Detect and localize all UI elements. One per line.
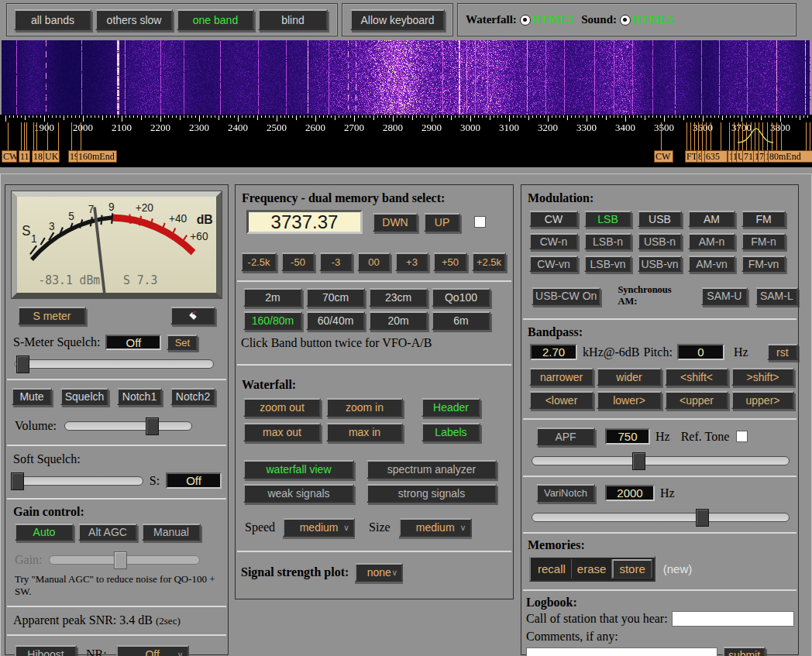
- shift-right-button[interactable]: >shift>: [731, 368, 794, 386]
- usb-cw-button[interactable]: USB-CW On: [532, 287, 600, 305]
- volume-slider[interactable]: [64, 421, 192, 431]
- nr-dropdown[interactable]: Off ∨: [116, 645, 189, 656]
- apf-button[interactable]: APF: [536, 428, 595, 445]
- mode-cw-n-button[interactable]: CW-n: [529, 233, 578, 249]
- mode-cw-button[interactable]: CW: [529, 211, 578, 227]
- band-label-tag[interactable]: 635: [704, 150, 728, 163]
- mode-am-vn-button[interactable]: AM-vn: [688, 256, 735, 272]
- mode-am-button[interactable]: AM: [688, 211, 735, 227]
- band-label-tag[interactable]: 160mEnd: [77, 150, 117, 163]
- one-band-button[interactable]: one band: [177, 9, 254, 30]
- frequency-checkbox[interactable]: [474, 216, 486, 228]
- label-tag-button[interactable]: [170, 307, 215, 325]
- band-160-80m-button[interactable]: 160/80m: [243, 311, 302, 330]
- band-label-tag[interactable]: CW: [654, 150, 673, 163]
- mode-usb-button[interactable]: USB: [638, 211, 682, 227]
- wider-button[interactable]: wider: [597, 368, 662, 386]
- blind-button[interactable]: blind: [258, 9, 328, 30]
- mute-button[interactable]: Mute: [12, 388, 52, 405]
- squelch-slider[interactable]: [15, 359, 214, 369]
- waterfall-html5-option[interactable]: HTML5: [532, 13, 573, 26]
- mode-usb-n-button[interactable]: USB-n: [638, 233, 682, 249]
- band-60-40m-button[interactable]: 60/40m: [306, 311, 365, 330]
- varinotch-slider[interactable]: [532, 513, 790, 522]
- shift-left-button[interactable]: <shift<: [665, 368, 728, 386]
- apf-slider[interactable]: [532, 456, 790, 465]
- band-label-tag[interactable]: 11: [19, 150, 30, 163]
- bandpass-reset-button[interactable]: rst: [767, 344, 798, 360]
- waterfall-view-button[interactable]: waterfall view: [243, 460, 354, 479]
- comments-input[interactable]: [526, 647, 717, 656]
- step-minus-2500-button[interactable]: -2.5k: [241, 252, 277, 271]
- notch1-button[interactable]: Notch1: [117, 388, 162, 405]
- agc-auto-button[interactable]: Auto: [15, 524, 74, 541]
- all-bands-button[interactable]: all bands: [14, 9, 91, 30]
- frequency-up-button[interactable]: UP: [424, 213, 460, 232]
- squelch-slider-thumb[interactable]: [16, 355, 29, 373]
- memory-erase-button[interactable]: erase: [572, 559, 613, 579]
- mode-lsb-button[interactable]: LSB: [584, 211, 631, 227]
- logbook-submit-button[interactable]: submit: [723, 647, 766, 656]
- mode-lsb-vn-button[interactable]: LSB-vn: [584, 256, 631, 272]
- mode-am-n-button[interactable]: AM-n: [688, 233, 735, 249]
- soft-squelch-thumb[interactable]: [11, 472, 24, 490]
- band-6m-button[interactable]: 6m: [432, 311, 490, 330]
- frequency-scale[interactable]: CW1118UK19160mEndCWFT8163511U7117180mEnd: [0, 115, 812, 167]
- notch2-button[interactable]: Notch2: [170, 388, 215, 405]
- band-70cm-button[interactable]: 70cm: [306, 288, 365, 307]
- size-dropdown[interactable]: medium ∨: [399, 518, 472, 537]
- agc-alt-button[interactable]: Alt AGC: [78, 524, 137, 541]
- narrower-button[interactable]: narrower: [529, 368, 594, 386]
- step-plus-50-button[interactable]: +50: [433, 252, 467, 271]
- band-2m-button[interactable]: 2m: [243, 288, 302, 307]
- waterfall-spectrogram[interactable]: [2, 40, 810, 115]
- mode-lsb-n-button[interactable]: LSB-n: [584, 233, 631, 249]
- allow-keyboard-button[interactable]: Allow keyboard: [350, 9, 445, 30]
- sam-l-button[interactable]: SAM-L: [755, 287, 798, 305]
- step-plus-3-button[interactable]: +3: [395, 252, 428, 271]
- mode-fm-vn-button[interactable]: FM-vn: [741, 256, 786, 272]
- bandpass-width-value[interactable]: 2.70: [530, 344, 577, 360]
- band-23cm-button[interactable]: 23cm: [369, 288, 428, 307]
- squelch-set-button[interactable]: Set: [167, 335, 198, 350]
- frequency-down-button[interactable]: DWN: [373, 213, 418, 232]
- s-meter-button[interactable]: S meter: [18, 307, 86, 325]
- frequency-display[interactable]: 3737.37: [246, 210, 363, 234]
- mode-fm-n-button[interactable]: FM-n: [741, 233, 786, 249]
- band-20m-button[interactable]: 20m: [369, 311, 428, 330]
- mode-usb-vn-button[interactable]: USB-vn: [638, 256, 682, 272]
- band-label-tag[interactable]: CW: [2, 150, 17, 163]
- hiboost-button[interactable]: Hiboost: [15, 645, 77, 656]
- labels-toggle-button[interactable]: Labels: [421, 423, 480, 441]
- sound-html5-radio[interactable]: [620, 15, 631, 26]
- lower-down-button[interactable]: <lower: [529, 391, 594, 409]
- zoom-in-button[interactable]: zoom in: [326, 398, 403, 417]
- varinotch-slider-thumb[interactable]: [696, 509, 709, 527]
- apf-value[interactable]: 750: [605, 428, 650, 445]
- apf-slider-thumb[interactable]: [632, 452, 645, 470]
- spectrum-analyzer-button[interactable]: spectrum analyzer: [366, 460, 497, 479]
- memory-store-button[interactable]: store: [612, 559, 652, 579]
- max-out-button[interactable]: max out: [243, 423, 321, 441]
- signal-strength-plot-dropdown[interactable]: none ∨: [355, 563, 403, 582]
- sound-html5-option[interactable]: HTML5: [632, 13, 673, 26]
- pitch-value[interactable]: 0: [677, 344, 724, 360]
- mode-fm-button[interactable]: FM: [741, 211, 786, 227]
- others-slow-button[interactable]: others slow: [95, 9, 173, 30]
- varinotch-button[interactable]: VariNotch: [536, 484, 595, 502]
- weak-signals-button[interactable]: weak signals: [243, 484, 354, 503]
- memory-recall-button[interactable]: recall: [532, 559, 572, 579]
- lower-up-button[interactable]: lower>: [597, 391, 662, 409]
- call-input[interactable]: [672, 611, 794, 627]
- step-minus-50-button[interactable]: -50: [281, 252, 315, 271]
- header-toggle-button[interactable]: Header: [421, 398, 480, 417]
- band-qo100-button[interactable]: Qo100: [432, 288, 490, 307]
- soft-squelch-slider[interactable]: [13, 476, 143, 486]
- squelch-button[interactable]: Squelch: [60, 388, 108, 405]
- sam-u-button[interactable]: SAM-U: [701, 287, 747, 305]
- step-zero-button[interactable]: 00: [357, 252, 391, 271]
- strong-signals-button[interactable]: strong signals: [366, 484, 497, 503]
- band-label-tag[interactable]: UK: [43, 150, 60, 163]
- volume-slider-thumb[interactable]: [146, 417, 159, 435]
- zoom-out-button[interactable]: zoom out: [243, 398, 321, 417]
